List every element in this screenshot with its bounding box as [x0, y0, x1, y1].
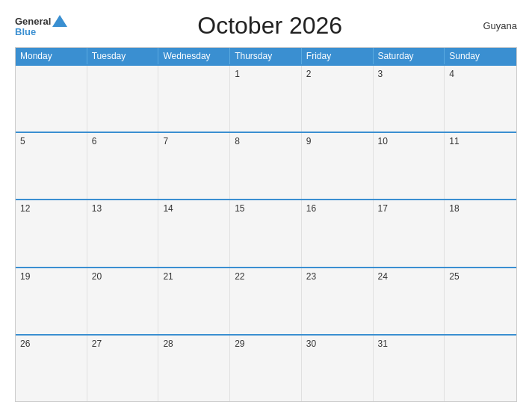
calendar-cell-r4-c4: 30	[302, 336, 374, 401]
calendar-cell-r2-c4: 16	[302, 200, 374, 266]
calendar-cell-r4-c3: 29	[230, 336, 302, 401]
calendar-row-5: 262728293031	[16, 334, 516, 401]
day-number: 26	[20, 339, 30, 349]
day-number: 16	[306, 203, 316, 214]
day-number: 23	[306, 271, 316, 282]
day-number: 18	[449, 203, 459, 214]
day-number: 1	[235, 69, 240, 79]
svg-marker-0	[52, 15, 67, 27]
day-number: 3	[378, 69, 383, 79]
month-title: October 2026	[67, 12, 472, 40]
day-number: 10	[378, 136, 388, 146]
calendar-cell-r4-c5: 31	[374, 336, 445, 401]
calendar-cell-r4-c2: 28	[158, 336, 230, 401]
calendar-cell-r3-c2: 21	[158, 268, 230, 334]
calendar-cell-r1-c0: 5	[16, 133, 87, 199]
weekday-monday: Monday	[16, 48, 87, 64]
weekday-thursday: Thursday	[230, 48, 302, 64]
calendar-cell-r0-c2	[158, 66, 230, 132]
logo: General Blue	[15, 15, 67, 37]
calendar-cell-r0-c6: 4	[445, 66, 516, 132]
calendar-cell-r1-c4: 9	[302, 133, 374, 199]
day-number: 25	[449, 271, 459, 282]
day-number: 5	[20, 136, 25, 146]
calendar-cell-r0-c0	[16, 66, 87, 132]
calendar-row-3: 12131415161718	[16, 199, 516, 266]
calendar: Monday Tuesday Wednesday Thursday Friday…	[15, 47, 517, 402]
day-number: 27	[92, 339, 102, 349]
day-number: 17	[378, 203, 388, 214]
day-number: 2	[306, 69, 312, 79]
calendar-cell-r2-c2: 14	[158, 200, 230, 266]
day-number: 7	[163, 136, 168, 146]
calendar-row-2: 567891011	[16, 132, 516, 199]
day-number: 20	[92, 271, 102, 282]
calendar-row-1: 1234	[16, 64, 516, 132]
weekday-friday: Friday	[302, 48, 374, 64]
calendar-cell-r2-c5: 17	[374, 200, 445, 266]
weekday-saturday: Saturday	[374, 48, 445, 64]
day-number: 21	[163, 271, 173, 282]
day-number: 11	[449, 136, 459, 146]
calendar-cell-r4-c0: 26	[16, 336, 87, 401]
calendar-cell-r1-c3: 8	[230, 133, 302, 199]
weekday-wednesday: Wednesday	[158, 48, 230, 64]
calendar-cell-r1-c2: 7	[158, 133, 230, 199]
calendar-cell-r0-c1	[87, 66, 159, 132]
page: General Blue October 2026 Guyana Monday …	[0, 0, 532, 411]
calendar-cell-r2-c1: 13	[87, 200, 159, 266]
day-number: 13	[92, 203, 102, 214]
calendar-cell-r3-c4: 23	[302, 268, 374, 334]
day-number: 4	[449, 69, 454, 79]
logo-icon	[52, 15, 67, 27]
calendar-cell-r3-c1: 20	[87, 268, 159, 334]
day-number: 14	[163, 203, 173, 214]
calendar-body: 1234567891011121314151617181920212223242…	[16, 64, 516, 401]
calendar-cell-r3-c6: 25	[445, 268, 516, 334]
day-number: 22	[235, 271, 244, 282]
logo-general-text: General	[15, 16, 51, 26]
day-number: 15	[235, 203, 244, 214]
day-number: 12	[20, 203, 30, 214]
calendar-cell-r2-c6: 18	[445, 200, 516, 266]
header: General Blue October 2026 Guyana	[15, 12, 517, 40]
weekday-sunday: Sunday	[445, 48, 516, 64]
calendar-cell-r1-c5: 10	[374, 133, 445, 199]
calendar-cell-r2-c0: 12	[16, 200, 87, 266]
calendar-cell-r3-c5: 24	[374, 268, 445, 334]
calendar-cell-r1-c6: 11	[445, 133, 516, 199]
calendar-cell-r3-c3: 22	[230, 268, 302, 334]
calendar-cell-r0-c5: 3	[374, 66, 445, 132]
calendar-cell-r3-c0: 19	[16, 268, 87, 334]
calendar-cell-r0-c4: 2	[302, 66, 374, 132]
calendar-cell-r4-c1: 27	[87, 336, 159, 401]
calendar-cell-r1-c1: 6	[87, 133, 159, 199]
calendar-cell-r0-c3: 1	[230, 66, 302, 132]
country-label: Guyana	[472, 20, 517, 31]
day-number: 6	[92, 136, 97, 146]
day-number: 30	[306, 339, 316, 349]
day-number: 8	[235, 136, 240, 146]
day-number: 19	[20, 271, 30, 282]
day-number: 9	[306, 136, 312, 146]
day-number: 31	[378, 339, 388, 349]
calendar-cell-r4-c6	[445, 336, 516, 401]
day-number: 28	[163, 339, 173, 349]
day-number: 29	[235, 339, 244, 349]
day-number: 24	[378, 271, 388, 282]
logo-blue-text: Blue	[15, 27, 36, 37]
calendar-cell-r2-c3: 15	[230, 200, 302, 266]
weekday-tuesday: Tuesday	[87, 48, 159, 64]
calendar-row-4: 19202122232425	[16, 267, 516, 334]
calendar-header: Monday Tuesday Wednesday Thursday Friday…	[16, 48, 516, 64]
